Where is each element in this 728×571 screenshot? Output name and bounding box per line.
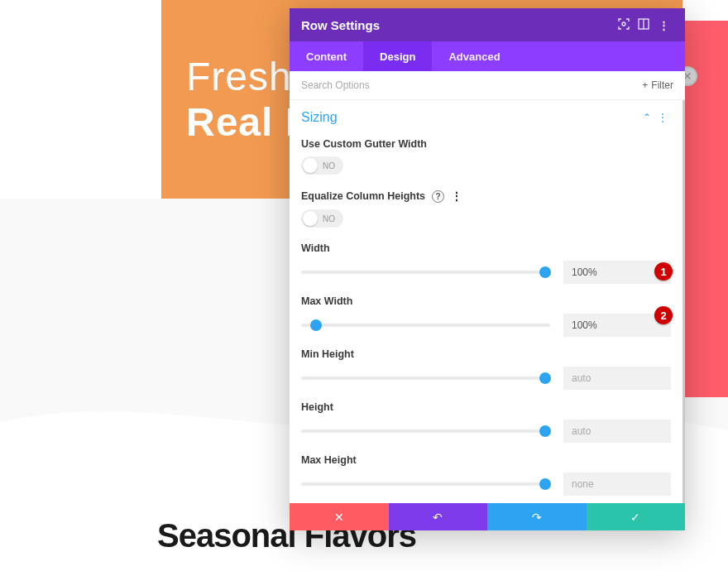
maxheight-row [301,473,671,496]
kebab-icon[interactable]: ⋮ [451,190,462,203]
row-settings-modal: Row Settings ⋮ Content Design Advanced S… [290,8,685,530]
maxheight-slider[interactable] [301,479,550,489]
width-row [301,261,671,284]
width-label: Width [301,242,671,254]
sizing-header[interactable]: Sizing ⌃ ⋮ [301,110,671,130]
height-input[interactable] [563,420,671,443]
save-button[interactable]: ✓ [587,503,686,530]
width-slider[interactable] [301,267,550,277]
tab-design[interactable]: Design [363,41,432,71]
sizing-title: Sizing [301,110,338,125]
minheight-label: Min Height [301,348,671,360]
tab-advanced[interactable]: Advanced [432,41,516,71]
redo-icon: ↷ [532,511,542,524]
height-slider[interactable] [301,426,550,436]
modal-body[interactable]: Sizing ⌃ ⋮ Use Custom Gutter Width NO Eq… [290,100,685,503]
close-icon: ✕ [334,511,344,524]
annotation-badge-1: 1 [654,262,673,281]
annotation-badge-2: 2 [654,306,673,324]
maxwidth-label: Max Width [301,295,671,307]
toggle-knob [303,158,318,173]
gutter-width-toggle[interactable]: NO [301,156,343,175]
modal-title: Row Settings [301,18,380,32]
maxwidth-row [301,314,671,337]
focus-icon[interactable] [614,18,634,32]
modal-titlebar: Row Settings ⋮ [290,8,685,41]
redo-button[interactable]: ↷ [487,503,587,530]
minheight-row [301,367,671,390]
plus-icon: + [642,79,648,91]
search-bar[interactable]: Search Options + Filter [290,71,685,100]
height-label: Height [301,401,671,413]
toggle-no-label: NO [318,161,342,170]
gutter-width-label: Use Custom Gutter Width [301,138,671,150]
help-icon[interactable]: ? [432,190,444,203]
undo-icon: ↶ [433,511,443,524]
maxheight-label: Max Height [301,454,671,466]
toggle-knob [303,211,318,226]
maxwidth-slider[interactable] [301,320,550,330]
search-placeholder: Search Options [301,79,370,91]
tab-content[interactable]: Content [290,41,363,71]
height-row [301,420,671,443]
undo-button[interactable]: ↶ [389,503,488,530]
equalize-columns-toggle[interactable]: NO [301,209,343,228]
minheight-input[interactable] [563,367,671,390]
check-icon: ✓ [630,511,640,524]
cancel-button[interactable]: ✕ [290,503,389,530]
maxheight-input[interactable] [563,473,671,496]
filter-label: Filter [651,79,673,91]
equalize-columns-label: Equalize Column Heights ? ⋮ [301,190,671,203]
svg-point-0 [622,22,625,26]
toggle-no-label: NO [318,214,342,223]
chevron-up-icon[interactable]: ⌃ [639,112,654,123]
section-sizing: Sizing ⌃ ⋮ Use Custom Gutter Width NO Eq… [290,100,682,503]
filter-button[interactable]: + Filter [642,79,673,91]
minheight-slider[interactable] [301,373,550,383]
kebab-icon[interactable]: ⋮ [654,112,671,123]
modal-tabs: Content Design Advanced [290,41,685,71]
columns-icon[interactable] [634,18,654,32]
modal-footer: ✕ ↶ ↷ ✓ [290,503,685,530]
kebab-icon[interactable]: ⋮ [654,19,673,31]
